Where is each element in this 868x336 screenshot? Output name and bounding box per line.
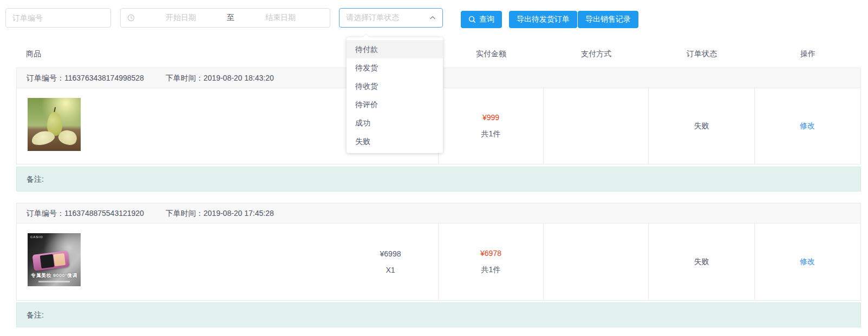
unit-price-block: ¥6998 X1 [358, 249, 423, 274]
paid-amount: ¥999 [482, 113, 499, 122]
pay-method-cell [543, 223, 648, 300]
clock-icon [127, 14, 135, 22]
product-cell: CASIO 专属美妆 9000°微调 ¥6998 X1 [17, 223, 438, 300]
search-icon [468, 16, 476, 23]
end-date-field[interactable]: 结束日期 [238, 13, 323, 23]
order-remark-bar: 备注: [16, 302, 861, 327]
status-option-pending-payment[interactable]: 待付款 [347, 40, 443, 58]
order-number-value: 1163748875543121920 [64, 209, 144, 218]
order-status-select[interactable]: 请选择订单状态 [339, 8, 443, 28]
column-header-pay-method: 支付方式 [544, 49, 649, 59]
order-remark-bar: 备注: [16, 167, 861, 192]
order-number-label: 订单编号： [27, 209, 64, 218]
order-status-dropdown-panel: 待付款 待发货 待收货 待评价 成功 失败 [347, 37, 443, 153]
order-time-value: 2019-08-20 17:45:28 [204, 209, 274, 218]
unit-price: ¥6998 [358, 249, 423, 258]
pink-camera-shape [32, 251, 69, 271]
order-number-value: 1163763438174998528 [64, 74, 144, 82]
order-status-cell: 失败 [648, 223, 754, 300]
search-button-label: 查询 [479, 15, 494, 24]
order-status-select-placeholder: 请选择订单状态 [346, 13, 399, 23]
paid-amount: ¥6978 [480, 249, 501, 258]
camera-brand-text: CASIO [30, 235, 43, 239]
order-number-label: 订单编号： [27, 74, 64, 82]
order-time-label: 下单时间： [166, 74, 204, 82]
modify-link[interactable]: 修改 [800, 121, 815, 131]
quantity: X1 [358, 266, 423, 274]
status-option-failed[interactable]: 失败 [347, 132, 443, 150]
camera-subline-blur [38, 281, 70, 282]
date-range-picker[interactable]: 开始日期 至 结束日期 [120, 8, 330, 28]
status-option-pending-shipment[interactable]: 待发货 [347, 58, 443, 77]
date-range-separator: 至 [224, 13, 238, 23]
order-status: 失败 [694, 257, 709, 267]
actions-cell: 修改 [754, 223, 860, 300]
product-image-pear [28, 98, 81, 151]
order-number-input[interactable] [5, 8, 111, 28]
remark-label: 备注: [27, 175, 44, 183]
order-card: 订单编号：1163748875543121920 下单时间：2019-08-20… [16, 203, 861, 301]
paid-amount-cell: ¥999 共1件 [438, 88, 543, 164]
status-option-success[interactable]: 成功 [347, 114, 443, 132]
order-time-label: 下单时间： [166, 209, 204, 218]
paid-count: 共1件 [481, 129, 501, 139]
remark-label: 备注: [27, 311, 44, 319]
chevron-up-icon [429, 16, 436, 20]
order-status: 失败 [694, 121, 709, 131]
camera-caption-text: 专属美妆 9000°微调 [28, 272, 81, 279]
order-card-header: 订单编号：1163748875543121920 下单时间：2019-08-20… [17, 203, 860, 223]
paid-amount-cell: ¥6978 共1件 [438, 223, 543, 300]
pay-method-cell [543, 88, 648, 164]
order-status-cell: 失败 [648, 88, 754, 164]
start-date-field[interactable]: 开始日期 [138, 13, 224, 23]
status-option-pending-review[interactable]: 待评价 [347, 95, 443, 114]
column-header-paid-amount: 实付金额 [439, 49, 544, 59]
export-sales-record-button[interactable]: 导出销售记录 [578, 11, 638, 28]
status-option-pending-receipt[interactable]: 待收货 [347, 77, 443, 95]
modify-link[interactable]: 修改 [800, 257, 815, 267]
column-header-actions: 操作 [755, 49, 861, 59]
paid-count: 共1件 [481, 265, 501, 275]
product-image-camera-ad: CASIO 专属美妆 9000°微调 [28, 233, 81, 286]
order-row: CASIO 专属美妆 9000°微调 ¥6998 X1 ¥6978 共1件 [17, 223, 860, 300]
search-button[interactable]: 查询 [461, 11, 502, 28]
export-pending-shipment-button[interactable]: 导出待发货订单 [509, 11, 577, 28]
order-time-value: 2019-08-20 18:43:20 [204, 74, 274, 82]
actions-cell: 修改 [754, 88, 860, 164]
column-header-order-status: 订单状态 [649, 49, 755, 59]
